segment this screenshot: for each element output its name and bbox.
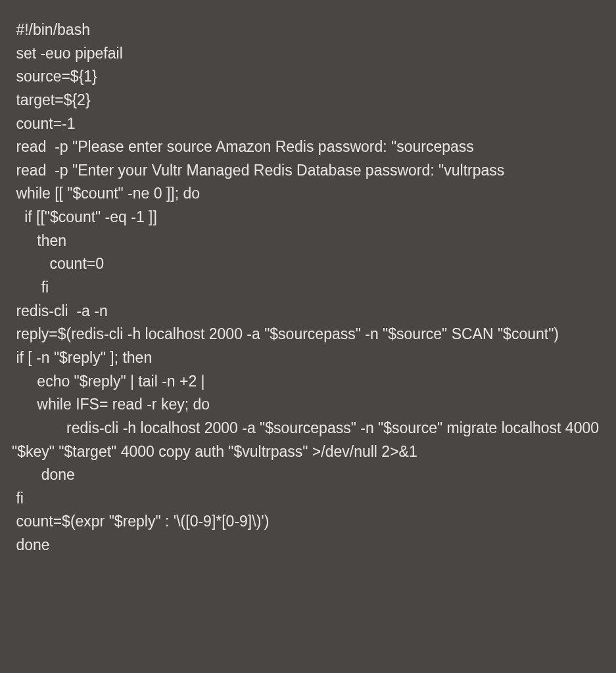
bash-script-code-block: #!/bin/bash set -euo pipefail source=${1…	[12, 18, 604, 557]
